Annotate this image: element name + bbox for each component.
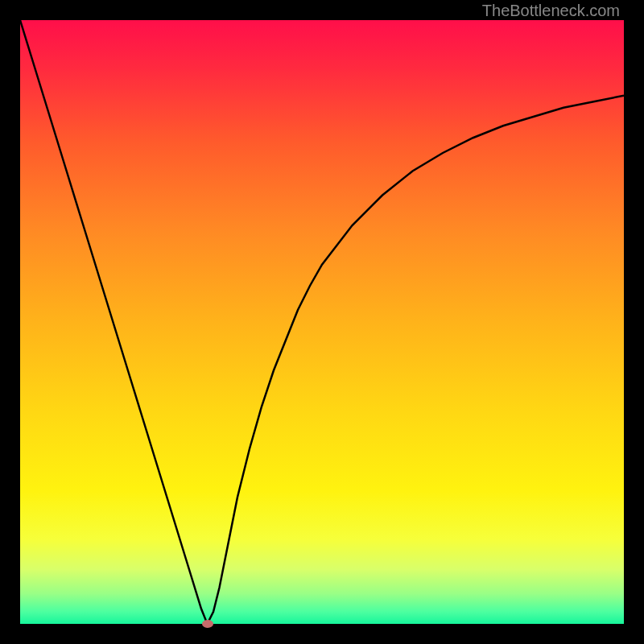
minimum-marker bbox=[202, 620, 213, 628]
chart-container: TheBottleneck.com bbox=[0, 0, 644, 644]
watermark-text: TheBottleneck.com bbox=[482, 2, 620, 20]
plot-area bbox=[20, 20, 624, 624]
bottleneck-curve bbox=[20, 20, 624, 624]
